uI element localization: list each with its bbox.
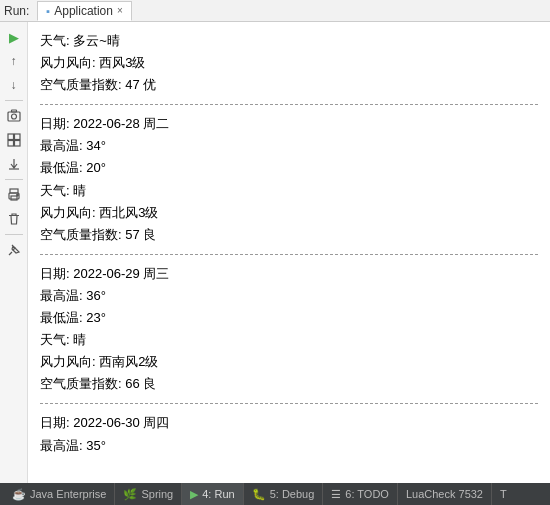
run-tab[interactable]: ▶ 4: Run <box>182 483 243 505</box>
pin-button[interactable] <box>3 239 25 261</box>
terminal-tab[interactable]: T <box>492 483 515 505</box>
day1-low: 最低温: 20° <box>40 157 538 179</box>
print-button[interactable] <box>3 184 25 206</box>
debug-tab[interactable]: 🐛 5: Debug <box>244 483 324 505</box>
spring-label: Spring <box>141 488 173 500</box>
weather-item-today: 天气: 多云~晴 风力风向: 西风3级 空气质量指数: 47 优 <box>40 30 538 96</box>
divider-2 <box>40 254 538 255</box>
today-weather: 天气: 多云~晴 <box>40 30 538 52</box>
today-aqi: 空气质量指数: 47 优 <box>40 74 538 96</box>
day1-date: 日期: 2022-06-28 周二 <box>40 113 538 135</box>
svg-point-10 <box>16 194 18 196</box>
run-icon: ▶ <box>190 488 198 501</box>
luacheck-tab[interactable]: LuaCheck 7532 <box>398 483 492 505</box>
toolbar-separator-2 <box>5 179 23 180</box>
svg-point-1 <box>11 114 16 119</box>
divider-1 <box>40 104 538 105</box>
title-bar: Run: ▪ Application × <box>0 0 550 22</box>
day2-weather: 天气: 晴 <box>40 329 538 351</box>
left-toolbar: ▶ ↑ ↓ <box>0 22 28 483</box>
svg-rect-6 <box>14 141 20 147</box>
svg-rect-3 <box>8 134 14 140</box>
java-enterprise-label: Java Enterprise <box>30 488 106 500</box>
day1-wind: 风力风向: 西北风3级 <box>40 202 538 224</box>
scroll-down-button[interactable]: ↓ <box>3 74 25 96</box>
content-area[interactable]: 天气: 多云~晴 风力风向: 西风3级 空气质量指数: 47 优 日期: 202… <box>28 22 550 483</box>
todo-label: 6: TODO <box>345 488 389 500</box>
todo-tab[interactable]: ☰ 6: TODO <box>323 483 398 505</box>
svg-rect-4 <box>14 134 20 140</box>
tab-label: Application <box>54 4 113 18</box>
day2-wind: 风力风向: 西南风2级 <box>40 351 538 373</box>
day2-low: 最低温: 23° <box>40 307 538 329</box>
java-icon: ☕ <box>12 488 26 501</box>
luacheck-label: LuaCheck 7532 <box>406 488 483 500</box>
import-button[interactable] <box>3 153 25 175</box>
svg-rect-5 <box>8 141 14 147</box>
todo-icon: ☰ <box>331 488 341 501</box>
weather-item-day2: 日期: 2022-06-29 周三 最高温: 36° 最低温: 23° 天气: … <box>40 263 538 396</box>
day1-aqi: 空气质量指数: 57 良 <box>40 224 538 246</box>
play-button[interactable]: ▶ <box>3 26 25 48</box>
delete-icon <box>7 212 21 226</box>
day3-high: 最高温: 35° <box>40 435 538 457</box>
divider-3 <box>40 403 538 404</box>
toolbar-separator-1 <box>5 100 23 101</box>
layout-button[interactable] <box>3 129 25 151</box>
run-label: Run: <box>4 4 29 18</box>
svg-rect-0 <box>8 112 20 121</box>
today-wind: 风力风向: 西风3级 <box>40 52 538 74</box>
camera-icon <box>7 109 21 123</box>
debug-label: 5: Debug <box>270 488 315 500</box>
camera-button[interactable] <box>3 105 25 127</box>
terminal-label: T <box>500 488 507 500</box>
debug-icon: 🐛 <box>252 488 266 501</box>
application-tab[interactable]: ▪ Application × <box>37 1 131 21</box>
tab-icon: ▪ <box>46 5 50 17</box>
spring-tab[interactable]: 🌿 Spring <box>115 483 182 505</box>
day1-weather: 天气: 晴 <box>40 180 538 202</box>
main-area: ▶ ↑ ↓ <box>0 22 550 483</box>
pin-icon <box>7 243 21 257</box>
day2-aqi: 空气质量指数: 66 良 <box>40 373 538 395</box>
day2-date: 日期: 2022-06-29 周三 <box>40 263 538 285</box>
tab-close-icon[interactable]: × <box>117 5 123 16</box>
day3-date: 日期: 2022-06-30 周四 <box>40 412 538 434</box>
run-label-status: 4: Run <box>202 488 234 500</box>
svg-rect-2 <box>11 110 16 112</box>
weather-item-day3: 日期: 2022-06-30 周四 最高温: 35° <box>40 412 538 456</box>
java-enterprise-tab[interactable]: ☕ Java Enterprise <box>4 483 115 505</box>
import-icon <box>7 157 21 171</box>
layout-icon <box>7 133 21 147</box>
day1-high: 最高温: 34° <box>40 135 538 157</box>
toolbar-separator-3 <box>5 234 23 235</box>
scroll-up-button[interactable]: ↑ <box>3 50 25 72</box>
day2-high: 最高温: 36° <box>40 285 538 307</box>
spring-icon: 🌿 <box>123 488 137 501</box>
delete-button[interactable] <box>3 208 25 230</box>
print-icon <box>7 188 21 202</box>
svg-rect-7 <box>10 189 18 193</box>
status-bar: ☕ Java Enterprise 🌿 Spring ▶ 4: Run 🐛 5:… <box>0 483 550 505</box>
weather-item-day1: 日期: 2022-06-28 周二 最高温: 34° 最低温: 20° 天气: … <box>40 113 538 246</box>
